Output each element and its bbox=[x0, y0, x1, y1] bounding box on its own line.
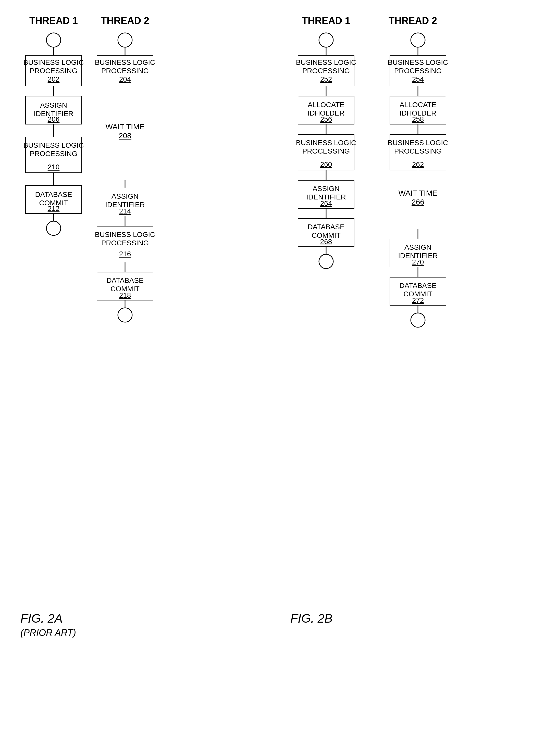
svg-text:DATABASE: DATABASE bbox=[35, 191, 72, 198]
svg-text:PROCESSING: PROCESSING bbox=[30, 150, 78, 158]
svg-text:BUSINESS LOGIC: BUSINESS LOGIC bbox=[95, 58, 155, 66]
svg-text:272: 272 bbox=[412, 296, 424, 304]
svg-text:252: 252 bbox=[320, 75, 332, 83]
svg-text:256: 256 bbox=[320, 115, 332, 123]
svg-text:PROCESSING: PROCESSING bbox=[303, 147, 350, 155]
svg-point-48 bbox=[118, 308, 132, 322]
svg-text:ASSIGN: ASSIGN bbox=[111, 192, 138, 200]
svg-text:BUSINESS LOGIC: BUSINESS LOGIC bbox=[296, 58, 357, 66]
svg-text:254: 254 bbox=[412, 75, 424, 83]
svg-text:260: 260 bbox=[320, 160, 332, 168]
fig-a-title: FIG. 2A bbox=[20, 611, 260, 625]
svg-text:PROCESSING: PROCESSING bbox=[394, 67, 442, 75]
fig-b-title: FIG. 2B bbox=[291, 611, 530, 625]
svg-text:264: 264 bbox=[320, 199, 332, 207]
fig-b-thread1-title: THREAD 1 bbox=[302, 15, 350, 26]
fig-a-thread2-title: THREAD 2 bbox=[101, 15, 149, 26]
svg-text:214: 214 bbox=[119, 207, 131, 215]
svg-point-50 bbox=[411, 33, 425, 47]
svg-point-31 bbox=[46, 221, 61, 235]
svg-point-95 bbox=[319, 254, 333, 269]
svg-text:WAIT TIME: WAIT TIME bbox=[106, 122, 145, 131]
svg-text:BUSINESS LOGIC: BUSINESS LOGIC bbox=[296, 139, 357, 147]
svg-text:ALLOCATE: ALLOCATE bbox=[308, 101, 345, 109]
svg-text:ALLOCATE: ALLOCATE bbox=[400, 101, 436, 109]
svg-text:268: 268 bbox=[320, 238, 332, 246]
fig-a-svg: BUSINESS LOGIC PROCESSING 202 BUSINESS L… bbox=[20, 32, 163, 594]
svg-text:ASSIGN: ASSIGN bbox=[40, 101, 67, 109]
svg-text:WAIT TIME: WAIT TIME bbox=[399, 189, 438, 197]
svg-text:262: 262 bbox=[412, 160, 424, 168]
svg-text:PROCESSING: PROCESSING bbox=[101, 239, 149, 247]
svg-text:210: 210 bbox=[48, 163, 60, 171]
svg-text:258: 258 bbox=[412, 115, 424, 123]
fig-2b-container: THREAD 1 THREAD 2 BUSINESS LOGIC PROCESS… bbox=[291, 15, 530, 625]
diagrams-wrapper: THREAD 1 THREAD 2 BUSINESS LOGIC PROCESS… bbox=[0, 0, 545, 653]
svg-text:212: 212 bbox=[48, 205, 60, 212]
svg-text:202: 202 bbox=[48, 75, 60, 83]
svg-text:DATABASE: DATABASE bbox=[106, 276, 143, 284]
svg-text:BUSINESS LOGIC: BUSINESS LOGIC bbox=[388, 139, 448, 147]
svg-text:BUSINESS LOGIC: BUSINESS LOGIC bbox=[23, 141, 84, 149]
svg-point-0 bbox=[46, 33, 61, 47]
svg-text:216: 216 bbox=[119, 250, 131, 258]
svg-text:204: 204 bbox=[119, 75, 131, 83]
svg-text:266: 266 bbox=[412, 198, 424, 206]
fig-a-subtitle: (PRIOR ART) bbox=[20, 627, 260, 638]
svg-text:BUSINESS LOGIC: BUSINESS LOGIC bbox=[95, 231, 155, 238]
svg-text:208: 208 bbox=[119, 131, 131, 140]
svg-text:ASSIGN: ASSIGN bbox=[404, 243, 432, 251]
svg-text:PROCESSING: PROCESSING bbox=[30, 67, 78, 75]
svg-text:PROCESSING: PROCESSING bbox=[101, 67, 149, 75]
svg-text:206: 206 bbox=[48, 115, 60, 123]
svg-point-49 bbox=[319, 33, 333, 47]
svg-point-107 bbox=[411, 313, 425, 327]
svg-text:PROCESSING: PROCESSING bbox=[303, 67, 350, 75]
fig-b-svg: BUSINESS LOGIC PROCESSING 252 BUSINESS L… bbox=[291, 32, 464, 594]
fig-a-thread1-title: THREAD 1 bbox=[29, 15, 78, 26]
svg-text:DATABASE: DATABASE bbox=[399, 282, 436, 289]
svg-text:BUSINESS LOGIC: BUSINESS LOGIC bbox=[388, 58, 448, 66]
svg-text:270: 270 bbox=[412, 258, 424, 266]
svg-text:BUSINESS LOGIC: BUSINESS LOGIC bbox=[23, 58, 84, 66]
svg-text:ASSIGN: ASSIGN bbox=[313, 185, 340, 193]
fig-b-thread2-title: THREAD 2 bbox=[389, 15, 437, 26]
svg-point-1 bbox=[118, 33, 132, 47]
svg-text:PROCESSING: PROCESSING bbox=[394, 147, 442, 155]
fig-2a-container: THREAD 1 THREAD 2 BUSINESS LOGIC PROCESS… bbox=[20, 15, 260, 638]
svg-text:DATABASE: DATABASE bbox=[308, 223, 345, 231]
svg-text:218: 218 bbox=[119, 291, 131, 299]
